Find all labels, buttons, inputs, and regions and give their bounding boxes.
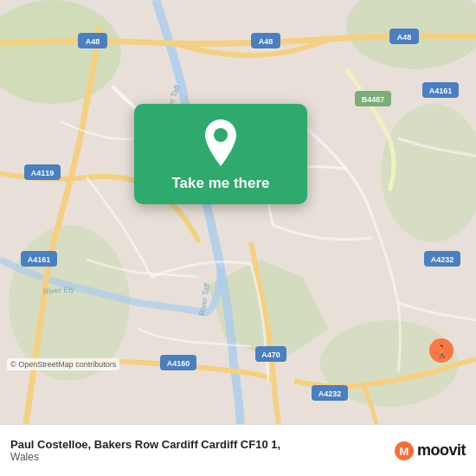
svg-text:A48: A48 [397, 33, 412, 42]
svg-text:🚶: 🚶 [434, 344, 450, 359]
location-pin-icon [202, 119, 240, 166]
take-me-there-label: Take me there [171, 175, 269, 192]
svg-point-34 [214, 128, 228, 142]
place-name: Paul Costelloe, Bakers Row Cardiff Cardi… [10, 438, 395, 451]
svg-point-5 [9, 225, 130, 381]
svg-text:A4161: A4161 [28, 255, 51, 264]
moovit-logo: M moovit [395, 441, 466, 460]
take-me-there-button[interactable]: Take me there [134, 104, 307, 204]
moovit-logo-icon: M [395, 441, 414, 460]
svg-text:A48: A48 [86, 37, 100, 46]
svg-text:M: M [400, 445, 409, 458]
bottom-info-bar: Paul Costelloe, Bakers Row Cardiff Cardi… [0, 424, 476, 476]
osm-attribution: © OpenStreetMap contributors [7, 358, 119, 370]
map-container: A48 A48 A48 A4161 B4487 A4119 A4161 A416… [0, 0, 476, 424]
svg-text:B4487: B4487 [362, 95, 385, 104]
svg-text:A4119: A4119 [31, 169, 55, 177]
place-country: Wales [10, 451, 395, 463]
svg-text:A4232: A4232 [318, 389, 342, 398]
svg-text:A48: A48 [259, 37, 273, 46]
svg-text:A4160: A4160 [167, 359, 190, 368]
svg-text:A4232: A4232 [431, 255, 454, 264]
svg-text:A470: A470 [261, 351, 280, 359]
moovit-text: moovit [417, 441, 466, 460]
address-block: Paul Costelloe, Bakers Row Cardiff Cardi… [10, 438, 395, 463]
svg-text:A4161: A4161 [429, 87, 453, 95]
